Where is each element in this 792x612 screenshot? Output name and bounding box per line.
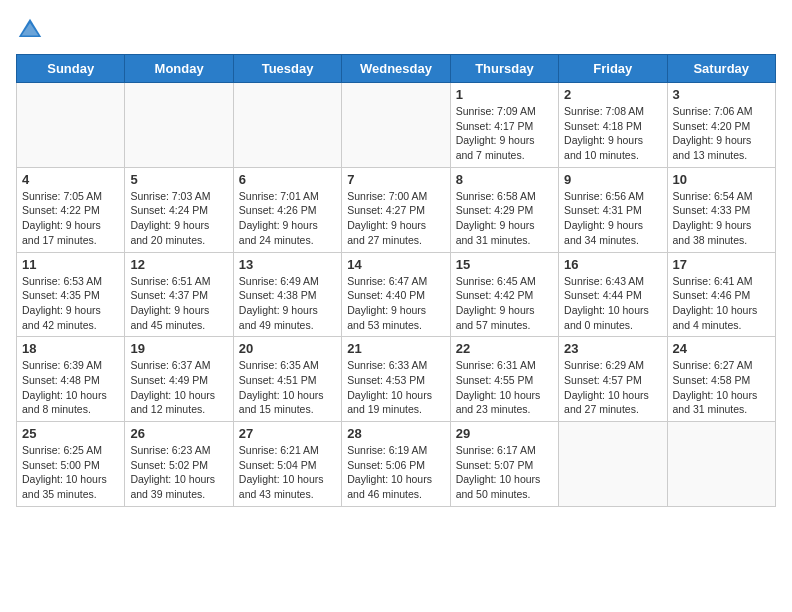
- calendar-week-row: 18Sunrise: 6:39 AM Sunset: 4:48 PM Dayli…: [17, 337, 776, 422]
- day-info: Sunrise: 7:05 AM Sunset: 4:22 PM Dayligh…: [22, 189, 119, 248]
- day-number: 18: [22, 341, 119, 356]
- calendar-cell: 11Sunrise: 6:53 AM Sunset: 4:35 PM Dayli…: [17, 252, 125, 337]
- calendar-cell: 3Sunrise: 7:06 AM Sunset: 4:20 PM Daylig…: [667, 83, 775, 168]
- day-info: Sunrise: 6:19 AM Sunset: 5:06 PM Dayligh…: [347, 443, 444, 502]
- calendar-cell: [125, 83, 233, 168]
- day-info: Sunrise: 6:21 AM Sunset: 5:04 PM Dayligh…: [239, 443, 336, 502]
- calendar-cell: [342, 83, 450, 168]
- day-number: 7: [347, 172, 444, 187]
- calendar-cell: 23Sunrise: 6:29 AM Sunset: 4:57 PM Dayli…: [559, 337, 667, 422]
- day-info: Sunrise: 6:56 AM Sunset: 4:31 PM Dayligh…: [564, 189, 661, 248]
- day-number: 19: [130, 341, 227, 356]
- day-number: 3: [673, 87, 770, 102]
- day-number: 20: [239, 341, 336, 356]
- day-of-week-wednesday: Wednesday: [342, 55, 450, 83]
- day-info: Sunrise: 7:01 AM Sunset: 4:26 PM Dayligh…: [239, 189, 336, 248]
- calendar-cell: 15Sunrise: 6:45 AM Sunset: 4:42 PM Dayli…: [450, 252, 558, 337]
- day-info: Sunrise: 7:06 AM Sunset: 4:20 PM Dayligh…: [673, 104, 770, 163]
- day-info: Sunrise: 7:00 AM Sunset: 4:27 PM Dayligh…: [347, 189, 444, 248]
- day-info: Sunrise: 7:09 AM Sunset: 4:17 PM Dayligh…: [456, 104, 553, 163]
- calendar-cell: 19Sunrise: 6:37 AM Sunset: 4:49 PM Dayli…: [125, 337, 233, 422]
- day-of-week-tuesday: Tuesday: [233, 55, 341, 83]
- day-info: Sunrise: 6:43 AM Sunset: 4:44 PM Dayligh…: [564, 274, 661, 333]
- calendar-cell: 12Sunrise: 6:51 AM Sunset: 4:37 PM Dayli…: [125, 252, 233, 337]
- day-number: 23: [564, 341, 661, 356]
- calendar-week-row: 25Sunrise: 6:25 AM Sunset: 5:00 PM Dayli…: [17, 422, 776, 507]
- day-number: 26: [130, 426, 227, 441]
- day-number: 12: [130, 257, 227, 272]
- day-number: 4: [22, 172, 119, 187]
- calendar-cell: [667, 422, 775, 507]
- day-info: Sunrise: 6:49 AM Sunset: 4:38 PM Dayligh…: [239, 274, 336, 333]
- day-info: Sunrise: 6:27 AM Sunset: 4:58 PM Dayligh…: [673, 358, 770, 417]
- calendar-cell: 29Sunrise: 6:17 AM Sunset: 5:07 PM Dayli…: [450, 422, 558, 507]
- calendar-week-row: 4Sunrise: 7:05 AM Sunset: 4:22 PM Daylig…: [17, 167, 776, 252]
- calendar-cell: 9Sunrise: 6:56 AM Sunset: 4:31 PM Daylig…: [559, 167, 667, 252]
- calendar-cell: 27Sunrise: 6:21 AM Sunset: 5:04 PM Dayli…: [233, 422, 341, 507]
- day-number: 21: [347, 341, 444, 356]
- calendar-cell: 13Sunrise: 6:49 AM Sunset: 4:38 PM Dayli…: [233, 252, 341, 337]
- day-of-week-thursday: Thursday: [450, 55, 558, 83]
- day-number: 13: [239, 257, 336, 272]
- calendar-table: SundayMondayTuesdayWednesdayThursdayFrid…: [16, 54, 776, 507]
- day-number: 29: [456, 426, 553, 441]
- calendar-cell: 26Sunrise: 6:23 AM Sunset: 5:02 PM Dayli…: [125, 422, 233, 507]
- calendar-cell: 16Sunrise: 6:43 AM Sunset: 4:44 PM Dayli…: [559, 252, 667, 337]
- day-of-week-friday: Friday: [559, 55, 667, 83]
- day-info: Sunrise: 6:58 AM Sunset: 4:29 PM Dayligh…: [456, 189, 553, 248]
- calendar-cell: 4Sunrise: 7:05 AM Sunset: 4:22 PM Daylig…: [17, 167, 125, 252]
- calendar-cell: 18Sunrise: 6:39 AM Sunset: 4:48 PM Dayli…: [17, 337, 125, 422]
- day-info: Sunrise: 6:39 AM Sunset: 4:48 PM Dayligh…: [22, 358, 119, 417]
- day-number: 5: [130, 172, 227, 187]
- day-number: 2: [564, 87, 661, 102]
- day-info: Sunrise: 7:03 AM Sunset: 4:24 PM Dayligh…: [130, 189, 227, 248]
- day-of-week-sunday: Sunday: [17, 55, 125, 83]
- day-number: 28: [347, 426, 444, 441]
- day-info: Sunrise: 6:33 AM Sunset: 4:53 PM Dayligh…: [347, 358, 444, 417]
- calendar-cell: [17, 83, 125, 168]
- calendar-cell: 7Sunrise: 7:00 AM Sunset: 4:27 PM Daylig…: [342, 167, 450, 252]
- calendar-cell: 14Sunrise: 6:47 AM Sunset: 4:40 PM Dayli…: [342, 252, 450, 337]
- calendar-cell: [559, 422, 667, 507]
- day-info: Sunrise: 6:37 AM Sunset: 4:49 PM Dayligh…: [130, 358, 227, 417]
- calendar-cell: [233, 83, 341, 168]
- calendar-cell: 10Sunrise: 6:54 AM Sunset: 4:33 PM Dayli…: [667, 167, 775, 252]
- day-info: Sunrise: 6:41 AM Sunset: 4:46 PM Dayligh…: [673, 274, 770, 333]
- day-info: Sunrise: 7:08 AM Sunset: 4:18 PM Dayligh…: [564, 104, 661, 163]
- calendar-cell: 24Sunrise: 6:27 AM Sunset: 4:58 PM Dayli…: [667, 337, 775, 422]
- calendar-cell: 17Sunrise: 6:41 AM Sunset: 4:46 PM Dayli…: [667, 252, 775, 337]
- calendar-cell: 22Sunrise: 6:31 AM Sunset: 4:55 PM Dayli…: [450, 337, 558, 422]
- day-number: 14: [347, 257, 444, 272]
- day-of-week-saturday: Saturday: [667, 55, 775, 83]
- calendar-cell: 1Sunrise: 7:09 AM Sunset: 4:17 PM Daylig…: [450, 83, 558, 168]
- day-number: 9: [564, 172, 661, 187]
- day-number: 11: [22, 257, 119, 272]
- calendar-cell: 21Sunrise: 6:33 AM Sunset: 4:53 PM Dayli…: [342, 337, 450, 422]
- day-info: Sunrise: 6:51 AM Sunset: 4:37 PM Dayligh…: [130, 274, 227, 333]
- day-info: Sunrise: 6:35 AM Sunset: 4:51 PM Dayligh…: [239, 358, 336, 417]
- day-info: Sunrise: 6:45 AM Sunset: 4:42 PM Dayligh…: [456, 274, 553, 333]
- day-number: 27: [239, 426, 336, 441]
- day-number: 22: [456, 341, 553, 356]
- calendar-cell: 6Sunrise: 7:01 AM Sunset: 4:26 PM Daylig…: [233, 167, 341, 252]
- day-info: Sunrise: 6:47 AM Sunset: 4:40 PM Dayligh…: [347, 274, 444, 333]
- calendar-header-row: SundayMondayTuesdayWednesdayThursdayFrid…: [17, 55, 776, 83]
- day-info: Sunrise: 6:17 AM Sunset: 5:07 PM Dayligh…: [456, 443, 553, 502]
- day-info: Sunrise: 6:54 AM Sunset: 4:33 PM Dayligh…: [673, 189, 770, 248]
- day-info: Sunrise: 6:25 AM Sunset: 5:00 PM Dayligh…: [22, 443, 119, 502]
- logo-icon: [16, 16, 44, 44]
- day-number: 1: [456, 87, 553, 102]
- calendar-cell: 28Sunrise: 6:19 AM Sunset: 5:06 PM Dayli…: [342, 422, 450, 507]
- calendar-cell: 20Sunrise: 6:35 AM Sunset: 4:51 PM Dayli…: [233, 337, 341, 422]
- calendar-cell: 25Sunrise: 6:25 AM Sunset: 5:00 PM Dayli…: [17, 422, 125, 507]
- day-number: 15: [456, 257, 553, 272]
- calendar-cell: 8Sunrise: 6:58 AM Sunset: 4:29 PM Daylig…: [450, 167, 558, 252]
- day-of-week-monday: Monday: [125, 55, 233, 83]
- day-number: 6: [239, 172, 336, 187]
- calendar-week-row: 1Sunrise: 7:09 AM Sunset: 4:17 PM Daylig…: [17, 83, 776, 168]
- day-number: 10: [673, 172, 770, 187]
- day-number: 16: [564, 257, 661, 272]
- day-number: 17: [673, 257, 770, 272]
- day-info: Sunrise: 6:23 AM Sunset: 5:02 PM Dayligh…: [130, 443, 227, 502]
- day-number: 8: [456, 172, 553, 187]
